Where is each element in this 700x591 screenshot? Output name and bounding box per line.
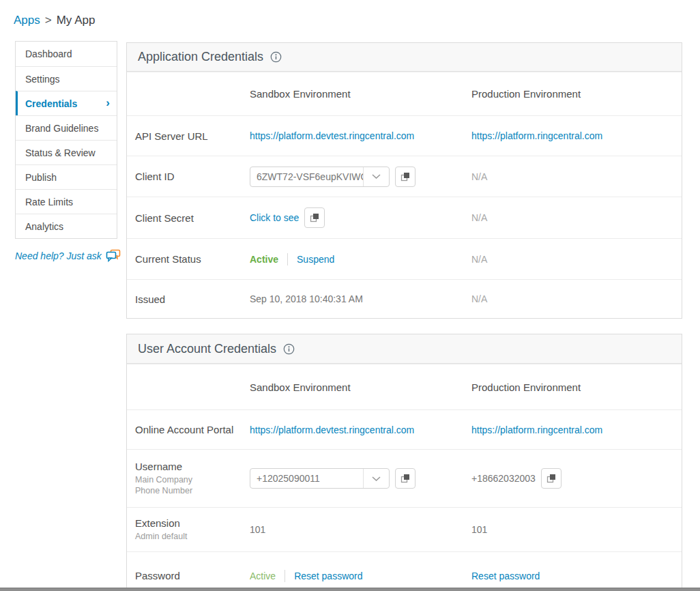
status-active-badge: Active: [250, 254, 278, 265]
click-to-see-link[interactable]: Click to see: [250, 212, 299, 223]
api-server-url-row: API Server URL https://platform.devtest.…: [127, 115, 682, 156]
window-bottom-edge: [0, 588, 700, 591]
breadcrumb: Apps>My App: [14, 14, 95, 27]
need-help-link[interactable]: Need help? Just ask: [15, 249, 121, 262]
sidebar-item-label: Settings: [25, 74, 60, 85]
copy-username-button[interactable]: [395, 468, 415, 489]
chat-bubbles-icon: [106, 249, 121, 262]
sidebar-item-label: Publish: [25, 172, 57, 183]
breadcrumb-separator: >: [45, 14, 52, 27]
main-content: Application Credentials Sandbox Environm…: [126, 42, 682, 591]
reset-password-link[interactable]: Reset password: [294, 571, 362, 581]
chevron-down-icon[interactable]: [363, 167, 389, 186]
row-label: Extension: [135, 517, 250, 529]
credentials-page: Apps>My App Dashboard Settings Credentia…: [0, 0, 700, 591]
column-header-row: Sandbox Environment Production Environme…: [127, 72, 682, 115]
production-reset-password-link[interactable]: Reset password: [471, 571, 540, 581]
panel-title: Application Credentials: [138, 50, 263, 64]
column-header-row: Sandbox Environment Production Environme…: [127, 364, 682, 409]
row-label: Client Secret: [127, 212, 250, 224]
sidebar-item-dashboard[interactable]: Dashboard: [16, 42, 117, 66]
sidebar-item-status-review[interactable]: Status & Review: [16, 140, 117, 164]
sidebar-item-label: Analytics: [25, 221, 63, 232]
production-client-id: N/A: [471, 171, 487, 182]
production-username: +18662032003: [471, 473, 536, 484]
panel-title: User Account Credentials: [138, 342, 276, 356]
production-issued: N/A: [471, 293, 487, 304]
sandbox-api-url-link[interactable]: https://platform.devtest.ringcentral.com: [250, 130, 414, 141]
sidebar-item-publish[interactable]: Publish: [16, 164, 117, 189]
row-label: API Server URL: [127, 130, 250, 142]
need-help-label: Need help? Just ask: [15, 250, 102, 261]
production-client-secret: N/A: [471, 212, 487, 223]
row-label: Password: [127, 570, 250, 581]
application-credentials-header: Application Credentials: [127, 43, 682, 72]
row-label: Username: [135, 461, 250, 472]
password-active-badge: Active: [250, 571, 276, 581]
row-label: Current Status: [127, 253, 250, 265]
divider: [287, 253, 288, 265]
user-account-credentials-panel: User Account Credentials Sandbox Environ…: [126, 334, 682, 591]
row-sublabel: Main Company Phone Number: [135, 474, 212, 497]
row-label: Issued: [127, 293, 250, 305]
client-id-row: Client ID 6ZWT72-VSF6eupKVIWOs...: [127, 156, 682, 197]
current-status-row: Current Status Active Suspend N/A: [127, 238, 682, 279]
username-row: Username Main Company Phone Number +1202…: [127, 449, 682, 507]
info-icon[interactable]: [283, 343, 295, 355]
issued-row: Issued Sep 10, 2018 10:40:31 AM N/A: [127, 279, 682, 318]
suspend-link[interactable]: Suspend: [297, 254, 334, 265]
breadcrumb-apps-link[interactable]: Apps: [14, 14, 40, 27]
row-label: Online Account Portal: [127, 424, 250, 435]
copy-client-secret-button[interactable]: [304, 207, 325, 228]
production-api-url-link[interactable]: https://platform.ringcentral.com: [471, 130, 602, 141]
client-id-dropdown[interactable]: 6ZWT72-VSF6eupKVIWOs...: [250, 167, 390, 187]
issued-date: Sep 10, 2018 10:40:31 AM: [250, 293, 363, 304]
sidebar-nav: Dashboard Settings Credentials › Brand G…: [15, 41, 117, 239]
sandbox-portal-link[interactable]: https://platform.devtest.ringcentral.com: [250, 424, 414, 435]
sidebar-item-credentials[interactable]: Credentials ›: [16, 91, 117, 115]
sidebar-item-brand-guidelines[interactable]: Brand Guidelines: [16, 115, 117, 140]
sandbox-column-header: Sandbox Environment: [250, 381, 471, 393]
sidebar-item-label: Status & Review: [25, 147, 96, 158]
sidebar-item-rate-limits[interactable]: Rate Limits: [16, 189, 117, 214]
production-extension: 101: [471, 524, 487, 535]
sidebar-item-analytics[interactable]: Analytics: [16, 214, 117, 238]
sandbox-column-header: Sandbox Environment: [250, 88, 471, 100]
divider: [285, 570, 285, 582]
breadcrumb-current: My App: [57, 14, 96, 27]
production-status: N/A: [471, 254, 487, 265]
sidebar-item-label: Rate Limits: [25, 197, 73, 207]
online-account-portal-row: Online Account Portal https://platform.d…: [127, 409, 682, 449]
user-account-credentials-header: User Account Credentials: [127, 334, 682, 364]
extension-row: Extension Admin default 101 101: [127, 507, 682, 551]
sidebar-item-settings[interactable]: Settings: [16, 66, 117, 91]
client-secret-row: Client Secret Click to see N/A: [127, 197, 682, 238]
password-row: Password Active Reset password Reset pas…: [127, 551, 682, 591]
info-icon[interactable]: [270, 51, 282, 63]
production-portal-link[interactable]: https://platform.ringcentral.com: [471, 424, 602, 435]
chevron-right-icon: ›: [106, 96, 110, 110]
sidebar-item-label: Dashboard: [25, 48, 72, 59]
copy-client-id-button[interactable]: [395, 167, 415, 187]
username-dropdown[interactable]: +12025090011: [250, 468, 390, 489]
client-id-value: 6ZWT72-VSF6eupKVIWOs...: [250, 167, 363, 186]
application-credentials-panel: Application Credentials Sandbox Environm…: [126, 42, 682, 319]
sidebar-item-label: Brand Guidelines: [25, 123, 98, 134]
copy-production-username-button[interactable]: [541, 468, 562, 489]
row-sublabel: Admin default: [135, 531, 250, 542]
sidebar-item-label: Credentials: [25, 98, 77, 109]
production-column-header: Production Environment: [471, 88, 682, 100]
sandbox-extension: 101: [250, 524, 265, 535]
production-column-header: Production Environment: [471, 381, 682, 393]
row-label: Client ID: [127, 171, 250, 182]
username-value: +12025090011: [250, 469, 363, 488]
chevron-down-icon[interactable]: [363, 469, 389, 488]
